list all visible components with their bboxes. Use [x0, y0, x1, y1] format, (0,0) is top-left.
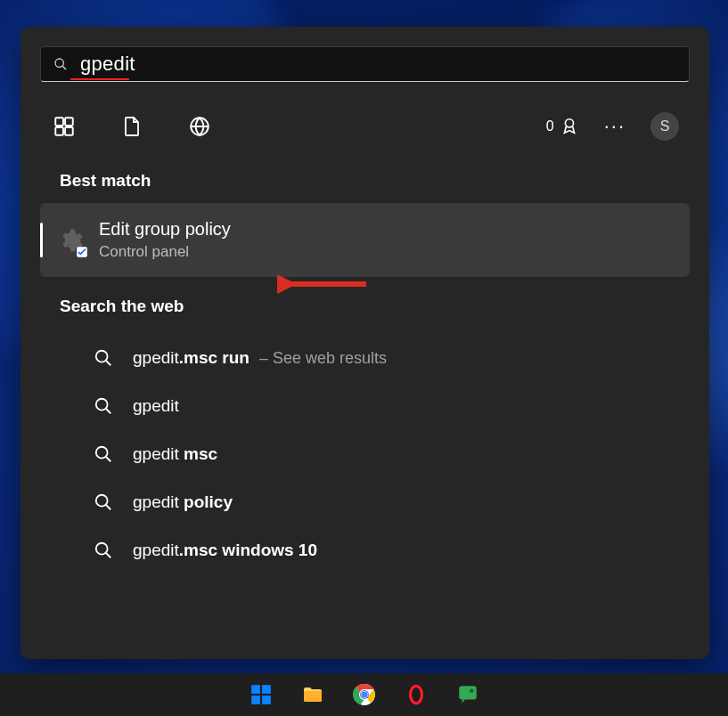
svg-rect-20: [251, 685, 260, 694]
apps-scope-icon[interactable]: [51, 113, 78, 140]
web-result-item[interactable]: gpedit policy: [40, 478, 690, 526]
svg-rect-5: [65, 127, 73, 135]
best-match-subtitle: Control panel: [99, 243, 231, 261]
web-result-item[interactable]: gpedit: [40, 382, 690, 430]
svg-line-11: [106, 361, 111, 366]
svg-point-31: [470, 689, 473, 693]
search-icon: [94, 492, 113, 512]
svg-line-17: [106, 505, 111, 510]
web-result-label: gpedit.msc windows 10: [133, 541, 323, 560]
search-web-heading: Search the web: [20, 277, 709, 329]
web-results-list: gpedit.msc run – See web results gpedit …: [20, 334, 709, 574]
selection-indicator: [40, 223, 43, 257]
svg-point-18: [96, 543, 108, 555]
search-icon: [53, 57, 68, 71]
web-result-label: gpedit policy: [133, 492, 238, 512]
svg-point-27: [361, 692, 367, 698]
svg-rect-2: [55, 118, 63, 126]
annotation-underline: [70, 78, 129, 80]
opera-icon[interactable]: [403, 681, 429, 708]
start-button[interactable]: [248, 681, 274, 708]
svg-line-19: [106, 553, 111, 558]
web-result-label: gpedit msc: [133, 444, 223, 464]
search-icon: [94, 396, 113, 416]
search-toolbar: 0 ··· S: [20, 82, 709, 151]
taskbar: [0, 673, 728, 716]
profile-avatar[interactable]: S: [650, 112, 679, 141]
svg-rect-21: [262, 685, 271, 694]
web-result-label: gpedit: [133, 396, 184, 416]
svg-point-12: [96, 399, 108, 411]
svg-rect-23: [262, 696, 271, 704]
web-result-item[interactable]: gpedit.msc run – See web results: [40, 334, 690, 382]
svg-point-7: [565, 119, 573, 127]
medal-icon: [560, 117, 579, 136]
svg-rect-30: [459, 686, 477, 699]
best-match-result[interactable]: Edit group policy Control panel: [40, 203, 690, 277]
svg-rect-4: [55, 127, 63, 135]
chrome-icon[interactable]: [351, 681, 378, 708]
gear-icon: [54, 224, 86, 256]
web-result-item[interactable]: gpedit.msc windows 10: [40, 526, 690, 574]
svg-point-0: [55, 59, 63, 67]
web-result-label: gpedit.msc run – See web results: [133, 348, 387, 368]
web-result-item[interactable]: gpedit msc: [40, 430, 690, 478]
best-match-heading: Best match: [20, 151, 709, 203]
svg-line-15: [106, 457, 111, 462]
svg-line-13: [106, 409, 111, 414]
best-match-title: Edit group policy: [99, 219, 231, 240]
search-icon: [94, 348, 113, 368]
rewards-count: 0: [546, 118, 554, 134]
search-icon: [94, 541, 113, 560]
svg-rect-3: [65, 118, 73, 126]
documents-scope-icon[interactable]: [119, 113, 145, 140]
chat-app-icon[interactable]: [454, 681, 481, 708]
svg-point-16: [96, 495, 108, 507]
rewards-badge[interactable]: 0: [546, 117, 579, 136]
svg-rect-22: [251, 696, 260, 704]
avatar-initial: S: [660, 118, 670, 134]
file-explorer-icon[interactable]: [299, 681, 326, 708]
search-input-container[interactable]: [40, 46, 690, 82]
svg-point-14: [96, 447, 108, 459]
svg-line-1: [62, 66, 66, 69]
start-search-panel: 0 ··· S Best match Edit group policy Con…: [20, 27, 709, 659]
search-input[interactable]: [80, 53, 680, 76]
more-options-icon[interactable]: ···: [604, 115, 626, 138]
search-icon: [94, 444, 113, 464]
web-scope-icon[interactable]: [186, 113, 213, 140]
svg-point-10: [96, 351, 108, 362]
